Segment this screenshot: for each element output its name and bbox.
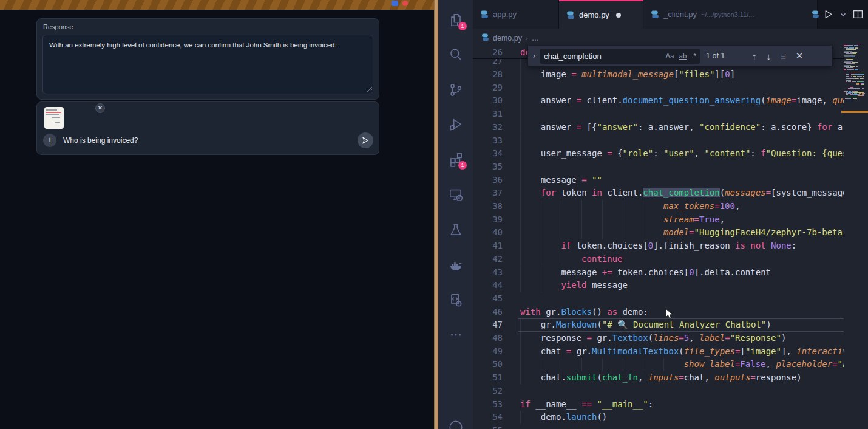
response-textarea[interactable]: With an extremely high level of confiden…: [42, 35, 373, 94]
find-input[interactable]: chat_completion Aa ab .*: [540, 49, 700, 64]
run-dropdown-chevron-icon[interactable]: [839, 11, 847, 18]
tab-_client.py[interactable]: _client.py~/.../python3.11/...: [643, 0, 818, 29]
run-python-file-button[interactable]: [823, 9, 833, 19]
editor-actions: [812, 0, 868, 29]
more-views-icon[interactable]: [448, 327, 464, 343]
find-collapse-chevron-icon[interactable]: ›: [528, 52, 540, 60]
code-line-37[interactable]: 37for token in client.chat_completion(me…: [473, 187, 844, 200]
code-viewport[interactable]: 2728image = multimodal_message["files"][…: [473, 59, 844, 429]
code-line-38[interactable]: 38max_tokens=100,: [473, 200, 844, 213]
browser-loading-stripe-bar: [0, 0, 434, 10]
code-line-32[interactable]: 32answer = [{"answer": a.answer, "confid…: [473, 121, 844, 134]
find-match-count: 1 of 1: [706, 52, 742, 60]
add-file-button[interactable]: +: [43, 134, 56, 147]
tab-label: app.py: [493, 10, 517, 19]
breadcrumb-file[interactable]: demo.py: [493, 34, 522, 43]
python-logo-partial-icon: [812, 10, 819, 18]
python-icon: [481, 33, 489, 41]
tab-label: demo.py: [579, 10, 609, 19]
code-line-40[interactable]: 40model="HuggingFaceH4/zephyr-7b-beta",: [473, 226, 844, 239]
code-line-49[interactable]: 49chat = gr.MultimodalTextbox(file_types…: [473, 345, 844, 359]
response-label: Response: [43, 23, 73, 30]
gradio-app-pane: Response With an extremely high level of…: [0, 0, 434, 429]
code-line-28[interactable]: 28image = multimodal_message["files"][0]: [473, 68, 844, 81]
code-line-54[interactable]: 54demo.launch(): [473, 411, 844, 424]
response-block: Response With an extremely high level of…: [36, 18, 379, 100]
code-line-44[interactable]: 44yield message: [473, 279, 844, 292]
python-icon: [566, 11, 575, 19]
breadcrumb-chevron-icon: ›: [526, 35, 528, 42]
explorer-icon[interactable]: 1: [448, 12, 464, 28]
code-line-48[interactable]: 48response = gr.Textbox(lines=5, label="…: [473, 332, 844, 345]
code-line-45[interactable]: 45: [473, 292, 844, 306]
code-line-30[interactable]: 30answer = client.document_question_answ…: [473, 94, 844, 108]
python-icon: [480, 10, 489, 19]
tab-path: ~/.../python3.11/...: [701, 11, 754, 18]
code-line-46[interactable]: 46with gr.Blocks() as demo:: [473, 306, 844, 319]
send-icon: [361, 136, 370, 145]
vscode-window: 1 1: [438, 0, 868, 429]
uploaded-image-thumbnail[interactable]: [44, 107, 64, 129]
find-previous-button[interactable]: ↑: [752, 51, 757, 61]
whole-word-toggle[interactable]: ab: [679, 52, 687, 60]
testing-beaker-icon[interactable]: [448, 222, 464, 238]
minimap-match-highlight: [841, 111, 868, 113]
python-file-icon: [481, 33, 489, 43]
code-line-52[interactable]: 52: [473, 385, 844, 398]
extensions-badge: 1: [458, 161, 467, 170]
python-icon: [651, 10, 659, 19]
account-icon[interactable]: [448, 419, 464, 429]
breadcrumb[interactable]: demo.py › …: [481, 32, 539, 45]
breadcrumb-more[interactable]: …: [532, 34, 540, 43]
favicon-blue-icon: [392, 1, 398, 6]
source-control-icon[interactable]: [448, 82, 464, 98]
tab-label: _client.py: [663, 10, 697, 19]
modified-dot-icon[interactable]: [616, 13, 621, 18]
code-line-55[interactable]: 55: [473, 424, 844, 429]
code-line-39[interactable]: 39stream=True,: [473, 213, 844, 227]
code-line-33[interactable]: 33: [473, 134, 844, 148]
code-editor[interactable]: demo.py › … 2728image = multimodal_messa…: [473, 29, 868, 429]
send-button[interactable]: [358, 132, 373, 148]
find-close-button[interactable]: ✕: [796, 50, 804, 61]
code-line-41[interactable]: 41if token.choices[0].finish_reason is n…: [473, 239, 844, 253]
explorer-badge: 1: [458, 22, 467, 30]
find-in-selection-button[interactable]: ≡: [781, 51, 786, 61]
match-case-toggle[interactable]: Aa: [665, 52, 674, 60]
chat-input[interactable]: Who is being invoiced?: [63, 136, 138, 145]
remove-image-button[interactable]: ✕: [95, 103, 105, 113]
code-line-51[interactable]: 51chat.submit(chat_fn, inputs=chat, outp…: [473, 371, 844, 385]
remote-explorer-icon[interactable]: [448, 187, 464, 202]
run-debug-icon[interactable]: [448, 117, 464, 132]
code-line-42[interactable]: 42continue: [473, 253, 844, 266]
split-editor-button[interactable]: [853, 9, 863, 19]
code-line-43[interactable]: 43message += token.choices[0].delta.cont…: [473, 266, 844, 280]
favicon-pink-icon: [402, 1, 408, 6]
code-line-35[interactable]: 35: [473, 160, 844, 174]
activity-bar: 1 1: [438, 0, 473, 429]
search-icon[interactable]: [448, 47, 464, 63]
current-line-highlight: [518, 318, 844, 332]
minimap[interactable]: [844, 44, 864, 384]
code-line-34[interactable]: 34user_message = {"role": "user", "conte…: [473, 147, 844, 160]
docker-icon[interactable]: [448, 257, 464, 273]
regex-toggle[interactable]: .*: [691, 52, 696, 60]
textarea-resize-handle[interactable]: [367, 87, 372, 92]
multimodal-chat-block: ✕ + Who is being invoiced?: [36, 101, 379, 155]
find-query[interactable]: chat_completion: [544, 52, 660, 61]
code-line-29[interactable]: 29: [473, 81, 844, 95]
code-line-50[interactable]: 50show_label=False, placeholder="Ask a q…: [473, 358, 844, 371]
dev-container-icon[interactable]: [448, 292, 464, 308]
find-widget: › chat_completion Aa ab .* 1 of 1 ↑ ↓ ≡ …: [527, 46, 833, 67]
find-next-button[interactable]: ↓: [767, 51, 771, 61]
extensions-icon[interactable]: 1: [448, 151, 464, 167]
tab-app.py[interactable]: app.py: [473, 0, 559, 29]
window-divider[interactable]: [434, 0, 438, 429]
code-line-36[interactable]: 36message = "": [473, 174, 844, 187]
screenshot-root: Response With an extremely high level of…: [0, 0, 868, 429]
code-line-31[interactable]: 31: [473, 108, 844, 121]
code-line-53[interactable]: 53if __name__ == "__main__":: [473, 398, 844, 411]
tab-demo.py[interactable]: demo.py: [559, 0, 643, 29]
mouse-cursor: [665, 308, 675, 320]
vscode-main: app.pydemo.py_client.py~/.../python3.11/…: [473, 0, 868, 429]
